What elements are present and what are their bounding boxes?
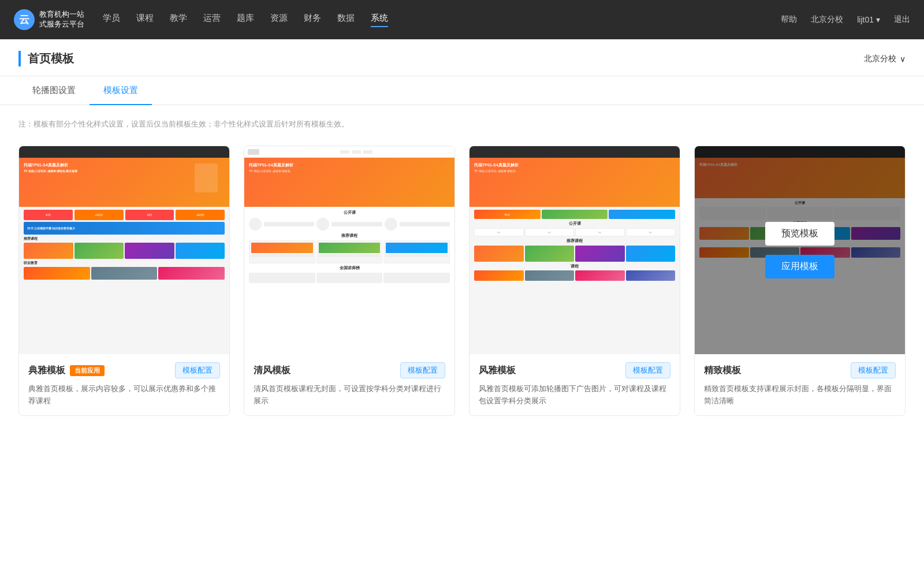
template-name-2: 清风模板 [254, 365, 290, 377]
template-info-3: 风雅模板 模板配置 风雅首页模板可添加轮播图下广告图片，可对课程及课程包设置学科… [470, 354, 680, 415]
apply-button-4[interactable]: 应用模板 [765, 255, 834, 278]
template-grid: 托福TP01-S4真题及解析 TP·系统·口语写作·成绩单·课程包 寓乐诸课 ¥… [18, 146, 906, 416]
config-button-1[interactable]: 模板配置 [175, 362, 220, 378]
template-info-2: 清风模板 模板配置 清风首页模板课程无封面，可设置按学科分类对课程进行展示 [244, 354, 454, 415]
nav-system[interactable]: 系统 [371, 13, 388, 27]
template-card-2[interactable]: 托福TP01-S4真题及解析 TP·系统·口语写作·成绩单·课程包 公开课 [244, 146, 455, 416]
tab-bar: 轮播图设置 模板设置 [0, 76, 924, 105]
template-desc-1: 典雅首页模板，展示内容较多，可以展示优惠券和多个推荐课程 [28, 383, 220, 407]
template-desc-2: 清风首页模板课程无封面，可设置按学科分类对课程进行展示 [254, 383, 445, 407]
nav-teaching[interactable]: 教学 [170, 13, 187, 27]
nav-resources[interactable]: 资源 [270, 13, 288, 27]
chevron-down-icon: ▾ [876, 15, 880, 24]
branch-label[interactable]: 北京分校 [811, 14, 843, 25]
template-name-3: 风雅模板 [479, 365, 516, 377]
help-link[interactable]: 帮助 [781, 14, 797, 25]
nav-students[interactable]: 学员 [103, 13, 120, 27]
nav-data[interactable]: 数据 [337, 13, 355, 27]
logo: 云 教育机构一站 式服务云平台 [14, 9, 84, 30]
user-menu[interactable]: lijt01 ▾ [857, 15, 880, 24]
config-button-4[interactable]: 模板配置 [851, 362, 896, 378]
header-right: 帮助 北京分校 lijt01 ▾ 退出 [781, 14, 910, 25]
note-text: 注：模板有部分个性化样式设置，设置后仅当前模板生效；非个性化样式设置后针对所有模… [18, 119, 906, 129]
main-header: 云 教育机构一站 式服务云平台 学员 课程 教学 运营 题库 资源 财务 数据 … [0, 0, 924, 39]
main-nav: 学员 课程 教学 运营 题库 资源 财务 数据 系统 [103, 13, 388, 27]
logout-link[interactable]: 退出 [894, 14, 910, 25]
template-desc-3: 风雅首页模板可添加轮播图下广告图片，可对课程及课程包设置学科分类展示 [479, 383, 670, 407]
page-title: 首页模板 [18, 51, 74, 66]
template-overlay-4: 预览模板 应用模板 [695, 146, 905, 354]
page-container: 首页模板 北京分校 ∨ 轮播图设置 模板设置 注：模板有部分个性化样式设置，设置… [0, 39, 924, 572]
template-info-4: 精致模板 模板配置 精致首页模板支持课程展示封面，各模板分隔明显，界面简洁清晰 [695, 354, 905, 415]
template-desc-4: 精致首页模板支持课程展示封面，各模板分隔明显，界面简洁清晰 [704, 383, 896, 407]
logo-icon: 云 [14, 9, 35, 30]
template-card-1[interactable]: 托福TP01-S4真题及解析 TP·系统·口语写作·成绩单·课程包 寓乐诸课 ¥… [18, 146, 230, 416]
template-info-1: 典雅模板 当前应用 模板配置 典雅首页模板，展示内容较多，可以展示优惠券和多个推… [19, 354, 229, 415]
template-preview-2: 托福TP01-S4真题及解析 TP·系统·口语写作·成绩单·课程包 公开课 [244, 146, 454, 354]
header-left: 云 教育机构一站 式服务云平台 学员 课程 教学 运营 题库 资源 财务 数据 … [14, 9, 388, 30]
current-badge-1: 当前应用 [70, 365, 105, 376]
tab-template[interactable]: 模板设置 [90, 77, 152, 105]
config-button-2[interactable]: 模板配置 [400, 362, 445, 378]
content-area: 注：模板有部分个性化样式设置，设置后仅当前模板生效；非个性化样式设置后针对所有模… [0, 105, 924, 430]
template-preview-4: 托福TP01-S4真题及解析 公开课 推荐课程 [695, 146, 905, 354]
template-preview-1: 托福TP01-S4真题及解析 TP·系统·口语写作·成绩单·课程包 寓乐诸课 ¥… [19, 146, 229, 354]
chevron-down-icon: ∨ [900, 54, 906, 64]
template-name-1: 典雅模板 当前应用 [28, 365, 105, 377]
config-button-3[interactable]: 模板配置 [625, 362, 670, 378]
template-name-4: 精致模板 [704, 365, 741, 377]
template-card-4[interactable]: 托福TP01-S4真题及解析 公开课 推荐课程 [694, 146, 906, 416]
tab-carousel[interactable]: 轮播图设置 [18, 77, 90, 105]
template-name-row-3: 风雅模板 模板配置 [479, 362, 670, 378]
preview-button-4[interactable]: 预览模板 [765, 222, 834, 246]
template-name-row-2: 清风模板 模板配置 [254, 362, 445, 378]
template-name-row-1: 典雅模板 当前应用 模板配置 [28, 362, 220, 378]
nav-finance[interactable]: 财务 [304, 13, 321, 27]
nav-operations[interactable]: 运营 [203, 13, 221, 27]
logo-text: 教育机构一站 式服务云平台 [39, 10, 84, 29]
template-name-row-4: 精致模板 模板配置 [704, 362, 896, 378]
branch-selector[interactable]: 北京分校 ∨ [864, 54, 906, 64]
template-card-3[interactable]: 托福TP01-S4真题及解析 TP·系统·口语写作·成绩单·课程包 ¥精品 公开… [469, 146, 680, 416]
nav-courses[interactable]: 课程 [136, 13, 154, 27]
page-header: 首页模板 北京分校 ∨ [0, 39, 924, 76]
nav-questions[interactable]: 题库 [237, 13, 254, 27]
template-preview-3: 托福TP01-S4真题及解析 TP·系统·口语写作·成绩单·课程包 ¥精品 公开… [470, 146, 680, 354]
